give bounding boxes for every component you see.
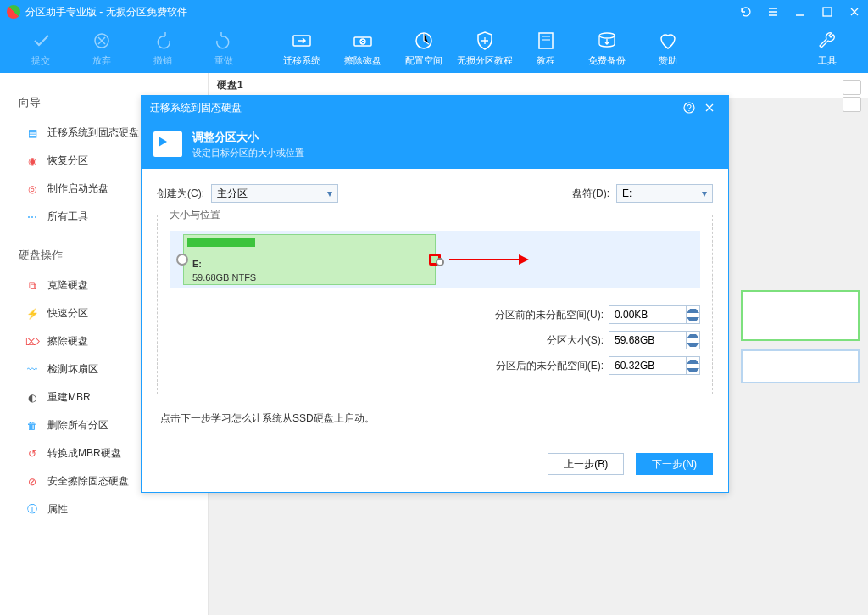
alloc-icon	[414, 31, 434, 51]
titlebar: 分区助手专业版 - 无损分区免费软件	[0, 0, 868, 24]
erase-icon: ⌦	[25, 335, 39, 349]
arrow-annotation	[449, 254, 529, 265]
check-icon	[31, 31, 51, 51]
svg-point-7	[599, 33, 615, 38]
dialog-close-icon[interactable]	[699, 102, 720, 114]
partition-letter: E:	[192, 259, 202, 269]
wrench-icon	[817, 31, 837, 51]
post-unalloc-label: 分区后的未分配空间(E):	[496, 359, 604, 373]
used-space-bar	[187, 238, 255, 247]
more-icon: ⋯	[25, 210, 39, 224]
prev-button[interactable]: 上一步(B)	[548, 453, 624, 475]
spin-up-icon[interactable]	[687, 306, 699, 315]
undo-button[interactable]: 撤销	[132, 24, 193, 73]
next-button[interactable]: 下一步(N)	[636, 453, 713, 475]
spin-down-icon[interactable]	[687, 366, 699, 374]
partition-size-label: 分区大小(S):	[547, 333, 604, 348]
undo-icon	[153, 31, 173, 51]
secure-icon: ⊘	[25, 475, 39, 489]
dialog-header-title: 调整分区大小	[192, 130, 304, 145]
bolt-icon: ⚡	[25, 307, 39, 321]
create-as-combo[interactable]: 主分区 ▾	[211, 184, 338, 203]
create-as-label: 创建为(C):	[157, 187, 204, 201]
partition-preview-blue	[741, 349, 860, 383]
shield-icon	[475, 31, 495, 51]
sponsor-button[interactable]: 赞助	[637, 24, 698, 73]
scan-icon: 〰	[25, 363, 39, 377]
lossless-button[interactable]: 无损分区教程	[454, 24, 515, 73]
wipe-button[interactable]: 擦除磁盘	[332, 24, 393, 73]
tutorial-button[interactable]: 教程	[515, 24, 576, 73]
dialog-header: 调整分区大小 设定目标分区的大小或位置	[142, 120, 728, 169]
backup-icon	[597, 31, 617, 51]
app-logo-icon	[7, 5, 20, 19]
backup-button[interactable]: 免费备份	[576, 24, 637, 73]
resize-handle-right[interactable]	[429, 254, 441, 266]
spin-down-icon[interactable]	[687, 315, 699, 323]
minimize-icon[interactable]	[793, 5, 807, 19]
hint-text: 点击下一步学习怎么让系统从SSD硬盘上启动。	[160, 411, 713, 426]
spin-up-icon[interactable]	[687, 332, 699, 340]
cd-icon: ◎	[25, 182, 39, 196]
migrate-icon	[292, 31, 312, 51]
help-icon[interactable]: ?	[679, 102, 699, 114]
wipe-icon	[353, 31, 373, 51]
drive-label: 盘符(D):	[572, 187, 609, 201]
mbr-icon: ◐	[25, 391, 39, 405]
ssd-icon: ▤	[25, 126, 39, 140]
partition-size-input[interactable]: 59.68GB	[609, 331, 700, 349]
svg-rect-0	[823, 8, 832, 16]
refresh-icon[interactable]	[739, 5, 753, 19]
maximize-icon[interactable]	[821, 5, 834, 19]
spin-down-icon[interactable]	[687, 340, 699, 349]
partition-preview-green	[741, 290, 860, 341]
alloc-button[interactable]: 配置空间	[393, 24, 454, 73]
pre-unalloc-label: 分区前的未分配空间(U):	[495, 308, 604, 322]
partition-size-text: 59.68GB NTFS	[192, 272, 256, 282]
svg-text:?: ?	[687, 103, 692, 113]
spin-up-icon[interactable]	[687, 357, 699, 366]
list-view-icon[interactable]	[843, 97, 861, 112]
tools-button[interactable]: 工具	[797, 24, 858, 73]
chevron-down-icon: ▾	[702, 187, 707, 199]
size-position-fieldset: 大小与位置 E: 59.68GB NTFS 分区前的未分配空间(U): 0.00…	[157, 215, 713, 394]
resize-icon	[153, 131, 182, 157]
partition-block: E: 59.68GB NTFS	[183, 234, 436, 285]
window-title: 分区助手专业版 - 无损分区免费软件	[25, 5, 187, 20]
book-icon	[536, 31, 556, 51]
chevron-down-icon: ▾	[327, 187, 332, 199]
close-icon[interactable]	[848, 5, 861, 19]
commit-button[interactable]: 提交	[10, 24, 71, 73]
redo-icon	[214, 31, 234, 51]
drive-combo[interactable]: E: ▾	[616, 184, 713, 203]
view-toggle	[843, 80, 861, 112]
clone-icon: ⧉	[25, 279, 39, 293]
menu-icon[interactable]	[766, 5, 780, 19]
recover-icon: ◉	[25, 154, 39, 168]
svg-rect-6	[539, 33, 553, 48]
dialog-header-sub: 设定目标分区的大小或位置	[192, 147, 304, 159]
partition-sizebar[interactable]: E: 59.68GB NTFS	[170, 231, 700, 288]
pre-unalloc-input[interactable]: 0.00KB	[609, 305, 700, 324]
disk-label: 硬盘1	[209, 73, 868, 98]
main-toolbar: 提交 放弃 撤销 重做 迁移系统 擦除磁盘 配置空间 无损分区教程 教程 免费备…	[0, 24, 868, 73]
grid-view-icon[interactable]	[843, 80, 861, 95]
dialog-title: 迁移系统到固态硬盘	[150, 101, 242, 115]
migrate-button[interactable]: 迁移系统	[271, 24, 332, 73]
fieldset-legend: 大小与位置	[166, 208, 224, 222]
convert-icon: ↺	[25, 447, 39, 461]
trash-icon: 🗑	[25, 419, 39, 433]
migrate-dialog: 迁移系统到固态硬盘 ? 调整分区大小 设定目标分区的大小或位置 创建为(C): …	[141, 95, 729, 493]
info-icon: ⓘ	[25, 503, 39, 517]
discard-button[interactable]: 放弃	[71, 24, 132, 73]
resize-handle-left[interactable]	[176, 254, 188, 266]
post-unalloc-input[interactable]: 60.32GB	[609, 356, 700, 375]
heart-icon	[658, 31, 678, 51]
sidebar-item-properties[interactable]: ⓘ属性	[0, 495, 208, 523]
dialog-titlebar: 迁移系统到固态硬盘 ?	[142, 96, 728, 120]
cancel-icon	[92, 31, 112, 51]
redo-button[interactable]: 重做	[193, 24, 254, 73]
